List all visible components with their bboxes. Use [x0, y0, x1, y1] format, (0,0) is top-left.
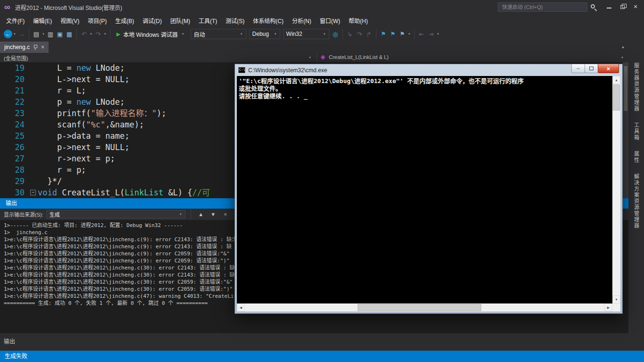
code-text: p->next = NULL;	[38, 142, 129, 153]
back-history-caret-icon[interactable]: ▼	[13, 33, 16, 35]
fold-margin	[29, 62, 38, 74]
scope-dropdown[interactable]: (全局范围) ▼	[0, 53, 316, 62]
redo-icon[interactable]: ↷	[93, 29, 103, 39]
quick-launch-input[interactable]: 快速启动 (Ctrl+Q)	[498, 2, 587, 12]
indent-icon[interactable]: ⇥	[427, 29, 436, 39]
side-tab[interactable]: 属性	[633, 151, 640, 163]
new-file-caret-icon[interactable]: ▼	[42, 33, 45, 35]
console-line: 请按任意键继续. . . _	[239, 93, 610, 100]
previous-message-icon[interactable]: ▲	[196, 210, 206, 219]
menu-item[interactable]: 文件(F)	[2, 14, 29, 27]
document-list-caret-icon[interactable]: ▼	[621, 46, 625, 49]
debug-toolbar-caret-icon[interactable]: ▼	[408, 33, 411, 35]
editor-scrollbar-thumb[interactable]	[624, 66, 627, 111]
configuration-dropdown[interactable]: Debug▼	[249, 29, 280, 39]
search-icon[interactable]	[591, 4, 595, 8]
navigate-forward-icon[interactable]: →	[17, 29, 26, 39]
disable-breakpoints-icon[interactable]: ⚑	[398, 29, 407, 39]
menu-item[interactable]: 编辑(E)	[29, 14, 56, 27]
outdent-icon[interactable]: ⇤	[417, 29, 427, 39]
open-file-icon[interactable]: ▥	[46, 29, 55, 39]
cmd-close-button[interactable]: ×	[598, 64, 619, 73]
next-message-icon[interactable]: ▼	[209, 210, 218, 219]
visual-studio-window: ∞ 进程2012 - Microsoft Visual Studio(管理员) …	[0, 0, 644, 362]
fold-margin[interactable]: −	[29, 187, 38, 198]
code-text: }*/	[38, 176, 62, 187]
tab-close-icon[interactable]: ×	[41, 44, 44, 51]
horizontal-scrollbar-thumb[interactable]	[358, 304, 481, 311]
restore-button[interactable]	[616, 0, 629, 13]
menu-item[interactable]: 视图(V)	[56, 14, 84, 27]
scroll-down-icon[interactable]: ▼	[612, 295, 620, 303]
menu-item[interactable]: 调试(D)	[138, 14, 166, 27]
console-area[interactable]: '"E:\c程序设计语言\进程2012\Debug\进程2012.exe"' 不…	[237, 76, 620, 311]
fold-margin	[29, 142, 38, 153]
toolbar-options-caret-icon[interactable]: ▼	[437, 33, 440, 35]
menu-item[interactable]: 测试(S)	[221, 14, 249, 27]
menu-item[interactable]: 体系结构(C)	[249, 14, 288, 27]
line-number: 29	[0, 176, 29, 187]
cmd-title-bar[interactable]: C:\Windows\system32\cmd.exe ─ ×	[235, 64, 622, 76]
scroll-right-icon[interactable]: ▶	[604, 303, 612, 311]
platform-dropdown[interactable]: Win32▼	[283, 29, 329, 39]
code-text: r->next = p;	[38, 153, 115, 164]
navigate-back-icon[interactable]: ←	[4, 30, 12, 38]
scroll-left-icon[interactable]: ◀	[237, 303, 245, 311]
menu-item[interactable]: 窗口(W)	[316, 14, 344, 27]
vertical-scrollbar-thumb[interactable]	[613, 84, 620, 110]
menu-bar: 文件(F)编辑(E)视图(V)项目(P)生成(B)调试(D)团队(M)工具(T)…	[0, 14, 644, 26]
collapse-icon[interactable]: −	[30, 190, 36, 195]
scope-label: (全局范围)	[4, 54, 28, 62]
cmd-vertical-scrollbar[interactable]: ▲ ▼	[612, 76, 620, 303]
output-source-dropdown[interactable]: 生成 ▼	[46, 210, 185, 219]
save-icon[interactable]: ▣	[55, 29, 65, 39]
step-out-icon[interactable]: ↱	[364, 29, 374, 39]
editor-scrollbar[interactable]	[623, 62, 628, 198]
cmd-horizontal-scrollbar[interactable]: ◀ ▶	[237, 303, 612, 311]
fold-margin	[29, 119, 38, 130]
toolbar-separator	[414, 29, 415, 39]
step-over-icon[interactable]: ↷	[355, 29, 364, 39]
step-into-icon[interactable]: ↳	[345, 29, 355, 39]
output-panel-title: 输出	[6, 200, 17, 207]
debug-type-dropdown[interactable]: 自动▼	[191, 29, 246, 39]
line-number: 19	[0, 62, 29, 74]
tab-jincheng-c[interactable]: jincheng.c ×	[0, 42, 49, 53]
redo-caret-icon[interactable]: ▼	[104, 33, 107, 35]
menu-item[interactable]: 帮助(H)	[344, 14, 372, 27]
menu-item[interactable]: 项目(P)	[84, 14, 111, 27]
save-all-icon[interactable]: ▦	[65, 29, 74, 39]
start-debug-button[interactable]: ▶ 本地 Windows 调试器 ▼	[113, 28, 189, 40]
bottom-tab-output[interactable]: 输出	[4, 337, 15, 345]
toolbar-separator	[376, 29, 376, 39]
line-number: 28	[0, 164, 29, 176]
console-line: 或批处理文件。	[239, 85, 610, 93]
menu-item[interactable]: 团队(M)	[166, 14, 194, 27]
cmd-minimize-button[interactable]: ─	[571, 64, 585, 73]
cmd-window[interactable]: C:\Windows\system32\cmd.exe ─ × '"E:\c程序…	[234, 64, 623, 314]
cmd-maximize-button[interactable]	[585, 64, 598, 73]
scroll-up-icon[interactable]: ▲	[612, 76, 620, 84]
pin-icon[interactable]	[33, 45, 37, 50]
side-tab[interactable]: 服务器资源管理器	[633, 63, 640, 112]
attach-process-icon[interactable]: ◎	[331, 29, 340, 39]
menu-item[interactable]: 分析(N)	[288, 14, 316, 27]
code-text: p = new LNode;	[38, 96, 125, 108]
toolbar-separator	[29, 29, 29, 39]
undo-caret-icon[interactable]: ▼	[90, 33, 92, 35]
new-breakpoint-icon[interactable]: ⚑	[388, 29, 398, 39]
breakpoints-window-icon[interactable]: ⚑	[379, 29, 388, 39]
member-dropdown[interactable]: CreateList_L(LinkList & L) ▼	[317, 53, 628, 62]
side-tab[interactable]: 解决方案资源管理器	[633, 174, 640, 229]
close-button[interactable]: ×	[629, 0, 642, 13]
clear-all-icon[interactable]: ×	[221, 210, 230, 219]
console-line: '"E:\c程序设计语言\进程2012\Debug\进程2012.exe"' 不…	[239, 77, 610, 85]
menu-item[interactable]: 生成(B)	[111, 14, 138, 27]
side-tab[interactable]: 工具箱	[633, 122, 640, 141]
undo-icon[interactable]: ↶	[79, 29, 89, 39]
line-number: 26	[0, 142, 29, 153]
minimize-button[interactable]	[602, 0, 616, 13]
new-file-icon[interactable]: ▤	[32, 29, 41, 39]
method-icon	[321, 55, 326, 60]
menu-item[interactable]: 工具(T)	[194, 14, 221, 27]
